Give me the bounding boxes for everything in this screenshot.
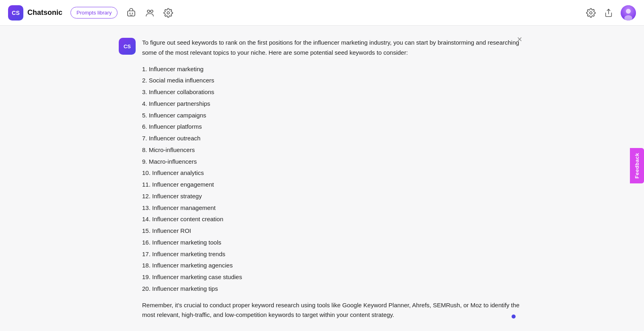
- app-name: Chatsonic: [27, 8, 62, 17]
- persona-icon[interactable]: [126, 7, 137, 19]
- header-right: [585, 5, 636, 21]
- list-item: 4. Influencer partnerships: [142, 99, 525, 109]
- list-item: 13. Influencer management: [142, 203, 525, 213]
- list-item: 12. Influencer strategy: [142, 191, 525, 201]
- list-item: 5. Influencer campaigns: [142, 111, 525, 121]
- share-icon[interactable]: [603, 7, 614, 19]
- main-content: × CS To figure out seed keywords to rank…: [0, 26, 644, 331]
- header-icons: [126, 7, 174, 19]
- svg-point-6: [590, 12, 592, 14]
- message-footer: Remember, it's crucial to conduct proper…: [142, 300, 525, 321]
- list-item: 6. Influencer platforms: [142, 122, 525, 132]
- list-item: 1. Influencer marketing: [142, 64, 525, 74]
- message-intro: To figure out seed keywords to rank on t…: [142, 38, 525, 58]
- settings-right-icon[interactable]: [585, 7, 597, 19]
- svg-point-1: [130, 12, 131, 14]
- svg-point-9: [626, 9, 631, 14]
- list-item: 9. Macro-influencers: [142, 157, 525, 167]
- logo-container: CS Chatsonic: [8, 5, 62, 21]
- list-item: 18. Influencer marketing agencies: [142, 261, 525, 271]
- community-icon[interactable]: [144, 7, 155, 19]
- chat-message: CS To figure out seed keywords to rank o…: [119, 38, 525, 320]
- list-item: 3. Influencer collaborations: [142, 87, 525, 97]
- list-item: 7. Influencer outreach: [142, 134, 525, 144]
- message-body: To figure out seed keywords to rank on t…: [142, 38, 525, 320]
- settings-icon[interactable]: [163, 7, 174, 19]
- svg-point-3: [147, 10, 150, 12]
- svg-point-4: [151, 10, 153, 12]
- list-item: 17. Influencer marketing trends: [142, 249, 525, 259]
- list-item: 15. Influencer ROI: [142, 226, 525, 236]
- app-header: CS Chatsonic Prompts library: [0, 0, 644, 26]
- prompts-library-button[interactable]: Prompts library: [70, 7, 118, 19]
- list-item: 14. Influencer content creation: [142, 214, 525, 224]
- app-logo: CS: [8, 5, 23, 21]
- svg-point-2: [132, 12, 133, 14]
- chat-panel: × CS To figure out seed keywords to rank…: [111, 26, 533, 328]
- list-item: 11. Influencer engagement: [142, 180, 525, 190]
- dot-indicator: [512, 315, 516, 319]
- list-item: 16. Influencer marketing tools: [142, 238, 525, 248]
- list-item: 10. Influencer analytics: [142, 168, 525, 178]
- message-avatar: CS: [119, 38, 136, 55]
- feedback-button[interactable]: Feedback: [630, 148, 644, 183]
- list-item: 2. Social media influencers: [142, 76, 525, 86]
- list-item: 20. Influencer marketing tips: [142, 284, 525, 294]
- keyword-list: 1. Influencer marketing2. Social media i…: [142, 64, 525, 294]
- svg-point-5: [167, 12, 169, 14]
- list-item: 8. Micro-influencers: [142, 145, 525, 155]
- close-button[interactable]: ×: [514, 34, 525, 45]
- user-avatar[interactable]: [621, 5, 636, 21]
- list-item: 19. Influencer marketing case studies: [142, 272, 525, 282]
- feedback-tab-wrapper: Feedback: [630, 148, 644, 183]
